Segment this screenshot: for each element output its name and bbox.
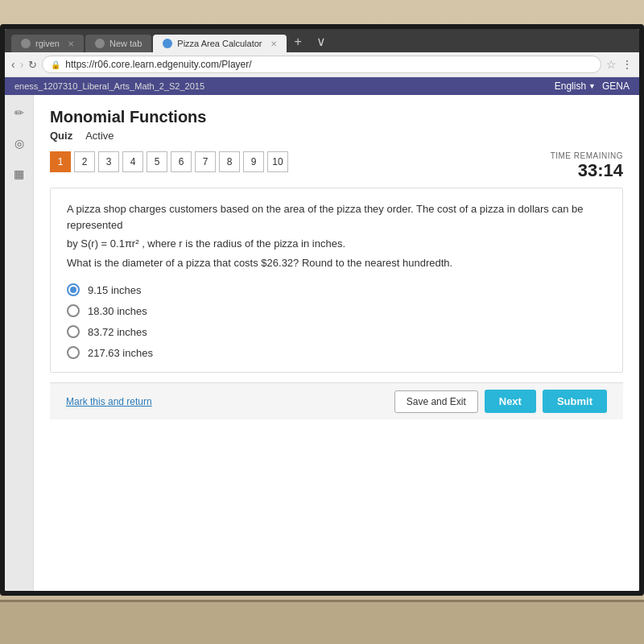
tab-label-pizza: Pizza Area Calculator bbox=[177, 39, 262, 48]
screen-bezel: rgiven ✕ New tab Pizza Area Calculator ✕… bbox=[0, 24, 644, 596]
question-number-8[interactable]: 8 bbox=[219, 151, 240, 172]
next-button[interactable]: Next bbox=[485, 390, 536, 413]
question-number-1[interactable]: 1 bbox=[50, 151, 71, 172]
forward-button[interactable]: › bbox=[20, 58, 24, 71]
pencil-icon[interactable]: ✏ bbox=[10, 103, 29, 122]
question-numbers: 1 2 3 4 5 6 7 8 9 10 bbox=[50, 151, 288, 172]
quiz-header: Monomial Functions Quiz Active bbox=[50, 108, 623, 142]
answer-label-2: 18.30 inches bbox=[88, 305, 147, 317]
question-header-row: 1 2 3 4 5 6 7 8 9 10 TIME REMAININ bbox=[50, 151, 623, 181]
quiz-title: Monomial Functions bbox=[50, 108, 623, 126]
radio-1[interactable] bbox=[67, 283, 80, 296]
question-number-10[interactable]: 10 bbox=[267, 151, 288, 172]
question-number-7[interactable]: 7 bbox=[195, 151, 216, 172]
question-text-line2: by S(r) = 0.1πr² , where r is the radius… bbox=[67, 236, 606, 252]
tab-chevron[interactable]: ∨ bbox=[310, 34, 332, 52]
question-number-2[interactable]: 2 bbox=[74, 151, 95, 172]
edgenuity-topbar-right: English ▼ GENA bbox=[555, 80, 630, 92]
tab-icon-newtab bbox=[95, 39, 105, 48]
mark-return-link[interactable]: Mark this and return bbox=[66, 396, 152, 407]
bottom-bar: Mark this and return Save and Exit Next … bbox=[50, 382, 623, 419]
tab-close-pizza[interactable]: ✕ bbox=[270, 39, 277, 48]
question-number-4[interactable]: 4 bbox=[122, 151, 143, 172]
refresh-button[interactable]: ↻ bbox=[28, 59, 37, 71]
lock-icon: 🔒 bbox=[51, 60, 60, 69]
address-bar[interactable]: 🔒 https://r06.core.learn.edgenuity.com/P… bbox=[42, 56, 601, 73]
answer-option-1[interactable]: 9.15 inches bbox=[67, 283, 606, 296]
timer-section: TIME REMAINING 33:14 bbox=[551, 151, 623, 181]
back-button[interactable]: ‹ bbox=[11, 58, 15, 71]
tab-rgiven[interactable]: rgiven ✕ bbox=[11, 35, 84, 52]
tab-bar: rgiven ✕ New tab Pizza Area Calculator ✕… bbox=[11, 34, 633, 52]
question-number-5[interactable]: 5 bbox=[147, 151, 167, 172]
question-number-3[interactable]: 3 bbox=[98, 151, 119, 172]
bookmark-icon[interactable]: ☆ bbox=[606, 58, 617, 71]
tab-label-newtab: New tab bbox=[109, 39, 142, 48]
quiz-subtitle-row: Quiz Active bbox=[50, 130, 623, 142]
tab-label-rgiven: rgiven bbox=[35, 39, 60, 48]
tab-pizza[interactable]: Pizza Area Calculator ✕ bbox=[153, 35, 286, 52]
tab-close-rgiven[interactable]: ✕ bbox=[68, 39, 74, 48]
question-number-6[interactable]: 6 bbox=[171, 151, 192, 172]
save-exit-button[interactable]: Save and Exit bbox=[394, 390, 478, 413]
quiz-status: Active bbox=[85, 130, 114, 142]
answer-option-2[interactable]: 18.30 inches bbox=[67, 304, 606, 317]
timer-label: TIME REMAINING bbox=[551, 151, 623, 160]
gena-label: GENA bbox=[602, 80, 630, 92]
browser-chrome: rgiven ✕ New tab Pizza Area Calculator ✕… bbox=[5, 29, 639, 52]
answer-label-3: 83.72 inches bbox=[88, 326, 147, 338]
tab-icon-pizza bbox=[163, 39, 172, 48]
answer-option-3[interactable]: 83.72 inches bbox=[67, 325, 606, 338]
radio-3[interactable] bbox=[67, 325, 80, 338]
question-text-line3: What is the diameter of a pizza that cos… bbox=[67, 255, 606, 271]
calculator-icon[interactable]: ▦ bbox=[10, 164, 29, 184]
answer-options: 9.15 inches 18.30 inches 83.72 inches bbox=[67, 283, 606, 359]
bottom-buttons: Save and Exit Next Submit bbox=[394, 390, 607, 413]
question-text-line1: A pizza shop charges customers based on … bbox=[67, 201, 606, 233]
submit-button[interactable]: Submit bbox=[543, 390, 607, 413]
new-tab-button[interactable]: + bbox=[288, 35, 308, 52]
answer-option-4[interactable]: 217.63 inches bbox=[67, 346, 606, 359]
quiz-label: Quiz bbox=[50, 130, 72, 142]
language-selector[interactable]: English ▼ bbox=[555, 80, 596, 92]
radio-inner-1 bbox=[70, 287, 76, 293]
address-text: https://r06.core.learn.edgenuity.com/Pla… bbox=[65, 59, 251, 70]
answer-label-4: 217.63 inches bbox=[88, 347, 153, 359]
tab-icon-rgiven bbox=[21, 39, 31, 48]
laptop-background: rgiven ✕ New tab Pizza Area Calculator ✕… bbox=[0, 0, 644, 644]
tab-newtab[interactable]: New tab bbox=[85, 35, 151, 52]
timer-value: 33:14 bbox=[551, 160, 623, 181]
radio-4[interactable] bbox=[67, 346, 80, 359]
edgenuity-course-title: eness_1207310_Liberal_Arts_Math_2_S2_201… bbox=[14, 81, 204, 91]
keyboard-area bbox=[0, 600, 644, 644]
address-bar-row: ‹ › ↻ 🔒 https://r06.core.learn.edgenuity… bbox=[5, 52, 639, 77]
headphones-icon[interactable]: ◎ bbox=[10, 134, 29, 153]
menu-icon[interactable]: ⋮ bbox=[621, 58, 633, 71]
language-chevron-icon: ▼ bbox=[588, 82, 596, 90]
radio-2[interactable] bbox=[67, 304, 80, 317]
quiz-area: Monomial Functions Quiz Active 1 2 3 4 5 bbox=[34, 95, 639, 591]
main-content: ✏ ◎ ▦ Monomial Functions Quiz Active bbox=[5, 95, 639, 591]
browser-window: rgiven ✕ New tab Pizza Area Calculator ✕… bbox=[5, 29, 639, 591]
language-label: English bbox=[555, 80, 586, 92]
answer-label-1: 9.15 inches bbox=[88, 284, 142, 296]
question-number-9[interactable]: 9 bbox=[243, 151, 264, 172]
question-box: A pizza shop charges customers based on … bbox=[50, 188, 623, 373]
edgenuity-topbar: eness_1207310_Liberal_Arts_Math_2_S2_201… bbox=[5, 77, 639, 95]
left-sidebar: ✏ ◎ ▦ bbox=[5, 95, 34, 591]
